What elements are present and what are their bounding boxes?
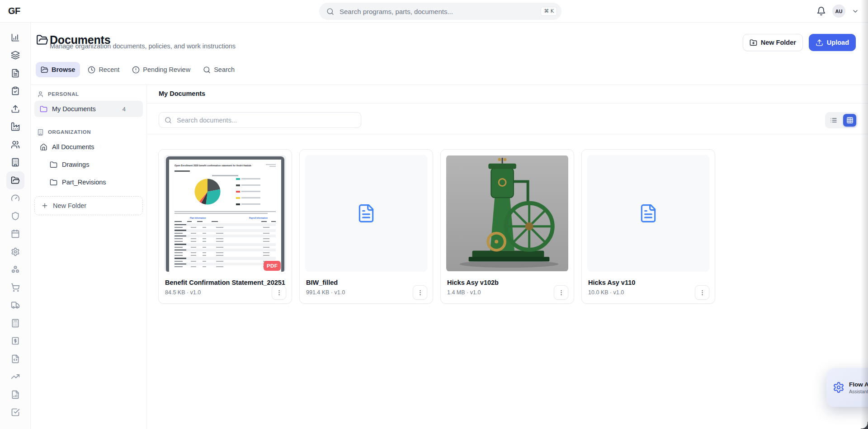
tab-browse[interactable]: Browse [36,62,80,77]
rail-item-building[interactable] [6,154,24,172]
list-view-button[interactable] [827,114,840,127]
documents-search[interactable] [159,112,361,128]
folder-open-icon [41,66,48,74]
document-title: Hicks Asy v110 [588,279,708,286]
document-title: Benefit Confirmation Statement_20251... [165,279,285,286]
icon-rail [0,22,31,429]
view-toggle [825,112,858,128]
rail-item-invoice[interactable] [6,332,24,350]
file-text-icon [11,69,20,78]
folder-plus-icon [750,39,757,47]
search-icon [165,117,172,124]
document-thumbnail [446,155,568,272]
bell-icon [816,6,826,16]
trending-up-icon [11,372,20,381]
sidebar-section-personal: PERSONALMy Documents4 [34,90,143,117]
sidebar-item-part-revisions[interactable]: Part_Revisions [34,174,143,190]
upload-icon [816,39,823,47]
legend-row [236,178,260,180]
flow-ai-assistant[interactable]: Flow AI Assistant [826,368,868,407]
rail-item-bar-chart[interactable] [6,28,24,47]
rail-item-file-chart[interactable] [6,386,24,404]
rail-item-cart[interactable] [6,278,24,297]
chevron-down-icon[interactable] [852,8,859,15]
rail-item-users[interactable] [6,136,24,154]
rail-item-file-code[interactable] [6,350,24,368]
tab-recent[interactable]: Recent [83,62,124,77]
grid-view-button[interactable] [843,114,856,127]
upload-button[interactable]: Upload [809,34,856,51]
document-card-hicks-asy-v102b[interactable]: Hicks Asy v102b1.4 MB · v1.0 [440,149,574,304]
divider [147,134,868,134]
document-card-benefit-confirmation-statement-20251-[interactable]: Open Enrollment 2020 benefit confirmatio… [158,149,292,304]
users-icon [11,140,20,149]
rail-item-file-text[interactable] [6,64,24,82]
rail-item-factory[interactable] [6,118,24,136]
rail-item-gear[interactable] [6,243,24,261]
section-title: My Documents [159,90,205,97]
avatar[interactable]: AU [832,5,845,18]
global-search[interactable]: ⌘ K [319,3,561,20]
notifications-button[interactable] [816,6,826,16]
new-folder-button[interactable]: New Folder [743,34,803,51]
card-menu-button[interactable] [272,285,286,300]
sidebar-item-my-documents[interactable]: My Documents4 [34,101,143,117]
search-icon [326,8,334,15]
grid-icon [846,117,854,124]
global-search-input[interactable] [339,7,541,16]
rail-item-gauge[interactable] [6,189,24,207]
shield-icon [11,212,20,221]
app-logo: GF [8,0,20,22]
rail-item-calculator[interactable] [6,314,24,332]
rail-item-clipboard-check[interactable] [6,82,24,100]
building-icon [11,158,20,167]
list-icon [830,117,837,124]
assistant-subtitle: Assistant [849,389,868,394]
folder-open-icon [36,34,48,46]
item-count: 4 [123,106,126,113]
upload-icon [816,39,823,47]
card-menu-button[interactable] [695,285,709,300]
document-card-biw-filled[interactable]: BIW_filled991.4 KB · v1.0 [299,149,433,304]
card-menu-button[interactable] [413,285,427,300]
documents-search-input[interactable] [176,116,355,124]
legend-row [236,203,260,205]
folder-icon [50,179,57,186]
sidebar-item-drawings[interactable]: Drawings [34,156,143,173]
calendar-icon [11,229,20,238]
document-title: BIW_filled [306,279,426,286]
rail-item-modules[interactable] [6,261,24,279]
document-meta: 10.0 KB · v1.0 [588,289,624,296]
sidebar-item-all-documents[interactable]: All Documents [34,139,143,155]
rail-item-check-square[interactable] [6,404,24,422]
user-icon [37,91,44,98]
document-card-hicks-asy-v110[interactable]: Hicks Asy v11010.0 KB · v1.0 [581,149,715,304]
rail-item-folder-open[interactable] [6,171,24,189]
rail-item-trending-up[interactable] [6,368,24,386]
rail-item-layers[interactable] [6,47,24,65]
rail-item-truck[interactable] [6,297,24,315]
document-grid: Open Enrollment 2020 benefit confirmatio… [158,149,715,304]
file-text-icon [356,203,376,223]
folder-open-icon [36,34,48,46]
document-meta: 1.4 MB · v1.0 [447,289,481,296]
gauge-icon [11,193,20,203]
sidebar-new-folder-button[interactable]: New Folder [34,196,143,215]
rail-item-shield[interactable] [6,207,24,225]
folder-icon [40,105,47,113]
folder-plus-icon [750,39,757,47]
search-icon [165,117,172,124]
modules-icon [11,265,20,274]
file-chart-icon [11,390,20,399]
document-thumbnail [305,155,427,272]
header-actions: New Folder Upload [743,34,856,51]
rail-item-calendar[interactable] [6,225,24,243]
tab-pending-review[interactable]: Pending Review [127,62,195,77]
tab-search[interactable]: Search [198,62,240,77]
top-bar: GF ⌘ K AU [0,0,868,23]
document-meta: 84.5 KB · v1.0 [165,289,201,296]
card-menu-button[interactable] [554,285,568,300]
assistant-title: Flow AI [849,381,868,388]
rail-item-upload[interactable] [6,100,24,118]
folder-open-icon [11,176,20,185]
